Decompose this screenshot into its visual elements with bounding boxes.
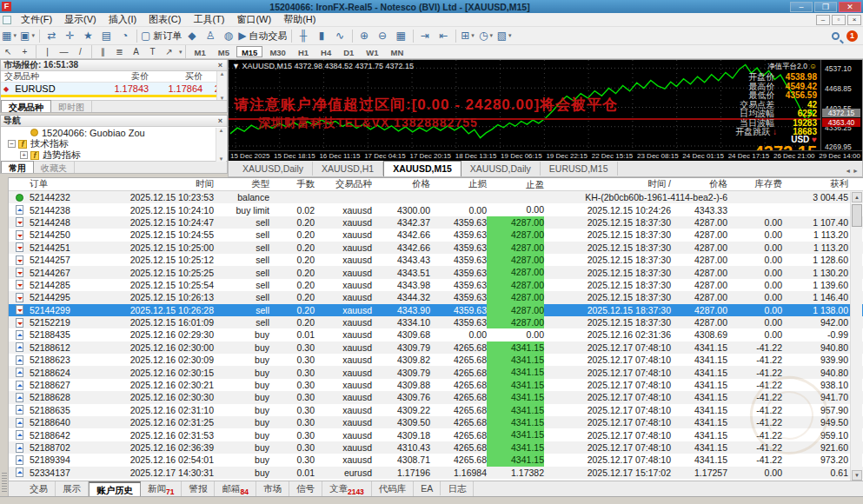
chart-canvas[interactable]: ▼ XAUUSD,M15 4372.98 4384.52 4371.75 437… bbox=[229, 60, 862, 150]
new-chart-button[interactable]: ▦▾ bbox=[1, 28, 17, 43]
navigator-tab[interactable]: 收藏夹 bbox=[34, 162, 75, 173]
text-icon[interactable]: A bbox=[129, 46, 143, 58]
navigator-scrollbar[interactable]: ▲▼ bbox=[216, 128, 226, 162]
new-order-button[interactable]: ▢新订单 bbox=[141, 28, 182, 43]
terminal-tab-交易[interactable]: 交易 bbox=[23, 481, 56, 497]
terminal-tab-日志[interactable]: 日志 bbox=[441, 481, 474, 497]
column-header-0[interactable]: 订单 bbox=[30, 178, 82, 190]
maximize-button[interactable]: ❐ bbox=[814, 2, 837, 12]
vertical-line-icon[interactable]: | bbox=[40, 46, 55, 58]
collapse-box-icon[interactable]: − bbox=[8, 140, 16, 148]
menu-item[interactable]: 窗口(W) bbox=[230, 13, 277, 25]
order-row[interactable]: 521442952025.12.15 10:26:13sell0.20xauus… bbox=[9, 291, 863, 303]
market-watch-toggle-button[interactable]: ⇄ bbox=[43, 28, 60, 43]
navigator-close-icon[interactable]: × bbox=[216, 116, 224, 125]
terminal-tab-警报[interactable]: 警报 bbox=[182, 481, 215, 497]
order-row[interactable]: 523341372025.12.17 14:30:31buy0.01eurusd… bbox=[9, 467, 863, 479]
navigator-tab[interactable]: 常用 bbox=[1, 161, 34, 173]
table-header-row[interactable]: 订单时间类型手数交易品种价格止损止盈时间 /价格库存费获利 bbox=[9, 178, 863, 191]
column-header-4[interactable]: 交易品种 bbox=[315, 178, 372, 190]
navigator-item-indicators[interactable]: −f技术指标 bbox=[1, 138, 227, 149]
chart-tab[interactable]: EURUSD,M15 bbox=[541, 162, 618, 176]
scroll-thumb[interactable] bbox=[852, 204, 862, 227]
autotrading-button[interactable]: ▶自动交易 bbox=[238, 28, 287, 43]
chart-tab[interactable]: XAUUSD,Daily bbox=[234, 162, 313, 176]
order-row[interactable]: 521886422025.12.16 02:31:53buy0.30xauusd… bbox=[9, 428, 863, 441]
market-watch-column-2[interactable]: 买价 bbox=[149, 70, 202, 83]
templates-button[interactable]: ▧▾ bbox=[496, 28, 513, 43]
market-watch-scrollbar[interactable]: ▲▼ bbox=[216, 71, 227, 101]
chart-shift-button[interactable]: ⇤ bbox=[435, 28, 452, 43]
chart-tab[interactable]: XAUUSD,H1 bbox=[313, 162, 383, 176]
expand-box-icon[interactable]: + bbox=[20, 151, 28, 159]
terminal-tab-信号[interactable]: 信号 bbox=[289, 481, 322, 497]
channel-icon[interactable]: ∥ bbox=[96, 46, 110, 58]
order-row[interactable]: 521886272025.12.16 02:30:21buy0.30xauusd… bbox=[9, 379, 863, 391]
timeframe-mn-button[interactable]: MN bbox=[386, 46, 409, 57]
menu-item[interactable]: 工具(T) bbox=[187, 13, 230, 25]
order-row[interactable]: 521886352025.12.16 02:31:10buy0.30xauusd… bbox=[9, 404, 863, 416]
notification-badge[interactable]: 1 bbox=[846, 30, 858, 42]
strategy-tester-button[interactable]: ◔ bbox=[116, 28, 133, 43]
chart-tab[interactable]: XAUUSD,Daily bbox=[461, 162, 541, 176]
search-icon[interactable] bbox=[832, 32, 840, 40]
order-row[interactable]: 521442672025.12.15 10:25:25sell0.20xauus… bbox=[9, 266, 863, 278]
metaeditor-button[interactable]: ◆ bbox=[183, 28, 200, 43]
column-header-7[interactable]: 止盈 bbox=[487, 178, 544, 190]
close-button[interactable]: ✕ bbox=[839, 2, 861, 12]
column-header-2[interactable]: 类型 bbox=[214, 178, 269, 190]
order-row[interactable]: 521886122025.12.16 02:30:00buy0.30xauusd… bbox=[9, 342, 863, 354]
terminal-tab-EA[interactable]: EA bbox=[414, 481, 441, 495]
terminal-toggle-button[interactable]: ▤ bbox=[98, 28, 115, 43]
order-row[interactable]: 521442482025.12.15 10:24:47sell0.20xauus… bbox=[9, 216, 863, 229]
label-icon[interactable]: T bbox=[145, 46, 160, 58]
order-row[interactable]: 521442512025.12.15 10:25:00sell0.20xauus… bbox=[9, 242, 863, 254]
dropdown-arrow-icon[interactable]: ▾ bbox=[31, 32, 35, 39]
market-watch-tab[interactable]: 即时图 bbox=[51, 101, 92, 112]
crosshair-icon[interactable]: + bbox=[17, 46, 32, 58]
market-watch-column-0[interactable]: 交易品种 bbox=[1, 70, 95, 83]
symbol-row-eurusd[interactable]: ◆ EURUSD 1.17843 1.17864 21 bbox=[1, 83, 227, 95]
menu-item[interactable]: 帮助(H) bbox=[277, 13, 322, 25]
horizontal-line-icon[interactable]: — bbox=[56, 46, 71, 58]
price-axis[interactable]: 4537.104468.854402.554336.254269.954372.… bbox=[820, 60, 862, 150]
market-watch-tab[interactable]: 交易品种 bbox=[1, 100, 51, 112]
child-minimize-button[interactable]: – bbox=[816, 15, 830, 25]
timeframe-m1-button[interactable]: M1 bbox=[189, 46, 211, 57]
order-row[interactable]: 521442382025.12.15 10:24:10buy limit0.02… bbox=[9, 203, 863, 216]
scroll-up-icon[interactable]: ▲ bbox=[852, 192, 862, 202]
dropdown-arrow-icon[interactable]: ▾ bbox=[490, 32, 494, 39]
dock-grip[interactable] bbox=[2, 473, 7, 492]
order-row[interactable]: 521886242025.12.16 02:30:15buy0.30xauusd… bbox=[9, 366, 863, 378]
order-row[interactable]: 521884352025.12.16 02:29:30buy0.01xauusd… bbox=[9, 328, 863, 341]
timeframe-h1-button[interactable]: H1 bbox=[293, 46, 314, 57]
order-row[interactable]: 521893942025.12.16 02:54:01buy0.30xauusd… bbox=[9, 454, 863, 466]
minimize-button[interactable]: – bbox=[790, 2, 813, 12]
navigator-toggle-button[interactable]: ★ bbox=[80, 28, 96, 43]
zoom-in-button[interactable]: ⊕ bbox=[356, 28, 373, 43]
menu-item[interactable]: 插入(I) bbox=[103, 13, 143, 25]
order-row[interactable]: 521886282025.12.16 02:30:30buy0.30xauusd… bbox=[9, 391, 863, 403]
news-button[interactable]: ◍ bbox=[220, 28, 236, 43]
chart-window-icon[interactable] bbox=[3, 16, 11, 24]
column-header-11[interactable]: 获利 bbox=[782, 178, 848, 190]
terminal-tab-市场[interactable]: 市场 bbox=[256, 481, 289, 497]
trendline-icon[interactable]: / bbox=[73, 46, 88, 58]
timeframe-m15-button[interactable]: M15 bbox=[236, 46, 262, 57]
scroll-down-icon[interactable]: ▼ bbox=[219, 156, 224, 162]
order-row[interactable]: 521442992025.12.15 10:26:28sell0.20xauus… bbox=[9, 304, 863, 316]
dropdown-arrow-icon[interactable]: ▾ bbox=[13, 32, 17, 39]
profiles-button[interactable]: ▣▾ bbox=[19, 28, 36, 43]
script-button[interactable]: ♙ bbox=[202, 28, 218, 43]
zoom-out-button[interactable]: ⊖ bbox=[375, 28, 391, 43]
timeframe-m30-button[interactable]: M30 bbox=[264, 46, 290, 57]
menu-item[interactable]: 文件(F) bbox=[15, 13, 58, 25]
candlestick-button[interactable]: ▮ bbox=[314, 28, 330, 43]
chart-tab[interactable]: XAUUSD,M15 bbox=[383, 161, 461, 176]
auto-scroll-button[interactable]: ⇥ bbox=[417, 28, 434, 43]
tab-scroll-icons[interactable]: ◄ ► bbox=[845, 168, 859, 174]
menu-item[interactable]: 图表(C) bbox=[143, 13, 187, 25]
line-chart-button[interactable]: ∿ bbox=[332, 28, 349, 43]
chart-window[interactable]: ▼ XAUUSD,M15 4372.98 4384.52 4371.75 437… bbox=[228, 59, 863, 177]
timeframe-w1-button[interactable]: W1 bbox=[361, 46, 383, 57]
